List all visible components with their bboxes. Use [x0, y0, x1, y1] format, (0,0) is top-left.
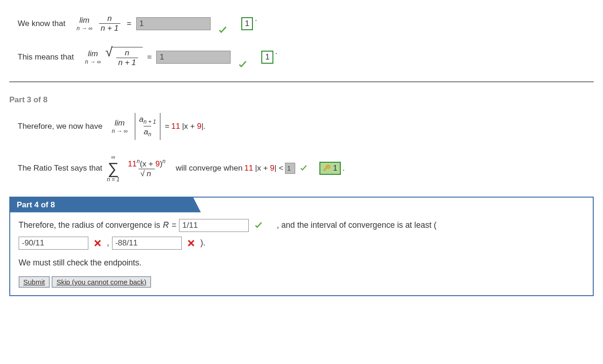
skip-button[interactable]: Skip (you cannot come back) [52, 276, 151, 288]
limit: lim n → ∞ [77, 16, 93, 32]
part4-container: Part 4 of 8 Therefore, the radius of con… [9, 197, 594, 296]
text: The Ratio Test says that [18, 164, 102, 173]
text: This means that [18, 53, 74, 62]
part3-line2: The Ratio Test says that ∞ ∑ n = 1 11n(x… [18, 154, 594, 183]
fraction: n n + 1 [99, 14, 120, 33]
interval-upper-input[interactable] [112, 237, 182, 250]
dot: . [255, 14, 257, 23]
x-icon [93, 238, 102, 248]
coef: 11 [171, 122, 180, 131]
series-term: 11n(x + 9)n √n [126, 158, 167, 179]
radius-input[interactable] [179, 219, 249, 232]
check-icon [253, 220, 264, 231]
correct-answer-box: 1 [261, 51, 273, 64]
part4-line1b: , ). [19, 237, 584, 250]
answer-input-3[interactable] [285, 163, 295, 174]
part3-line1: Therefore, we now have lim n → ∞ an + 1 … [18, 113, 594, 140]
key-answer-box: 1 [319, 162, 340, 175]
limit: lim n → ∞ [85, 49, 101, 65]
part4-note: We must still check the endpoints. [19, 258, 584, 268]
divider [9, 81, 594, 82]
dot: . [275, 47, 278, 56]
check-icon [299, 164, 308, 173]
abs-fraction: an + 1 an [135, 113, 160, 140]
line-know: We know that lim n → ∞ n n + 1 = 1 . [18, 14, 594, 33]
answer-input-1[interactable] [136, 17, 211, 30]
check-icon [237, 59, 248, 70]
line-means: This means that lim n → ∞ √ n n + 1 = 1 … [18, 47, 594, 67]
equals: = [147, 53, 152, 62]
summation: ∞ ∑ n = 1 [107, 154, 119, 183]
button-row: Submit Skip (you cannot come back) [19, 276, 584, 288]
submit-button[interactable]: Submit [19, 276, 50, 288]
text: Therefore, we now have [18, 122, 102, 131]
limit: lim n → ∞ [112, 119, 127, 134]
coef: 11 [245, 164, 253, 173]
part4-line1: Therefore, the radius of convergence is … [19, 219, 584, 232]
interval-lower-input[interactable] [19, 237, 88, 250]
key-icon [323, 164, 331, 172]
text: will converge when [176, 164, 243, 173]
equals: = [127, 19, 132, 28]
text: We know that [18, 19, 66, 28]
x-icon [186, 238, 196, 248]
part3-label: Part 3 of 8 [9, 95, 594, 105]
part4-tab: Part 4 of 8 [10, 198, 201, 212]
fraction: n n + 1 [116, 48, 138, 67]
sqrt: √ n n + 1 [106, 47, 143, 67]
answer-input-2[interactable] [156, 51, 231, 64]
dot: . [343, 164, 345, 173]
check-icon [217, 25, 228, 36]
correct-answer-box: 1 [241, 17, 253, 30]
eq: = [165, 122, 170, 131]
